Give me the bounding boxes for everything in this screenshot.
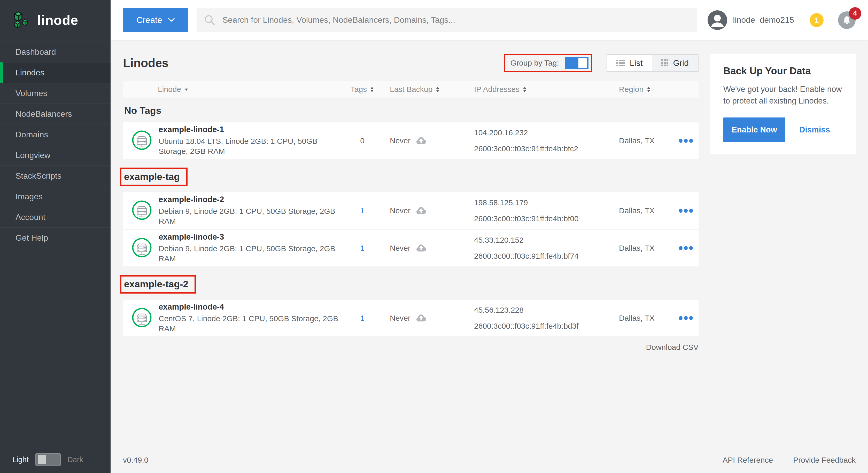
theme-switch[interactable] [35, 453, 61, 466]
list-view-label: List [630, 58, 643, 68]
group-by-tag-label: Group by Tag: [510, 59, 559, 67]
sort-header-region[interactable]: Region [611, 85, 673, 94]
last-backup-label: Never [390, 314, 410, 323]
notifications-button[interactable]: 4 [838, 11, 856, 29]
linode-description: Debian 9, Linode 2GB: 1 CPU, 50GB Storag… [159, 243, 339, 264]
linode-status-icon [132, 238, 152, 259]
tags-count[interactable]: 1 [360, 244, 365, 252]
chevron-down-icon [168, 18, 175, 22]
backup-card-body: We've got your back! Enable now to prote… [723, 83, 843, 107]
last-backup-label: Never [390, 206, 410, 215]
list-view-button[interactable]: List [607, 55, 652, 71]
theme-dark-label: Dark [67, 455, 83, 464]
linode-description: Debian 9, Linode 2GB: 1 CPU, 50GB Storag… [159, 206, 339, 226]
provide-feedback-link[interactable]: Provide Feedback [793, 456, 856, 465]
tags-count[interactable]: 1 [360, 206, 365, 215]
linode-name[interactable]: example-linode-1 [159, 125, 339, 134]
sidebar-item-stackscripts[interactable]: StackScripts [0, 166, 111, 186]
ip-address: 2600:3c00::f03c:91ff:fe4b:bf74 [474, 248, 611, 264]
sidebar-nav: DashboardLinodesVolumesNodeBalancersDoma… [0, 41, 111, 248]
sort-header-tags[interactable]: Tags [343, 85, 382, 94]
ip-addresses: 45.33.120.1522600:3c00::f03c:91ff:fe4b:b… [466, 232, 611, 264]
last-backup-label: Never [390, 244, 410, 252]
backup-upload-cloud-icon [415, 206, 427, 215]
theme-toggle: Light Dark [0, 446, 111, 473]
tags-count[interactable]: 1 [360, 314, 365, 322]
linode-description: Ubuntu 18.04 LTS, Linode 2GB: 1 CPU, 50G… [159, 136, 339, 156]
search-bar [196, 8, 697, 32]
linode-row[interactable]: example-linode-4 CentOS 7, Linode 2GB: 1… [123, 300, 699, 336]
user-menu[interactable]: linode_demo215 [708, 10, 794, 30]
linode-row[interactable]: example-linode-1 Ubuntu 18.04 LTS, Linod… [123, 123, 699, 159]
download-csv-link[interactable]: Download CSV [123, 343, 699, 352]
dismiss-link[interactable]: Dismiss [799, 125, 830, 135]
row-actions-menu[interactable] [678, 138, 693, 143]
enable-now-button[interactable]: Enable Now [723, 117, 785, 142]
tag-group: example-tag [123, 160, 699, 266]
tag-group: No Tags [123, 98, 699, 159]
footer: v0.49.0 API Reference Provide Feedback [111, 447, 868, 473]
linode-row[interactable]: example-linode-2 Debian 9, Linode 2GB: 1… [123, 192, 699, 229]
linode-logo[interactable]: linode [0, 0, 111, 40]
sidebar: linode DashboardLinodesVolumesNodeBalanc… [0, 0, 111, 473]
search-input[interactable] [222, 15, 697, 25]
page-toolbar: Linodes Group by Tag: [123, 54, 699, 72]
sidebar-item-nodebalancers[interactable]: NodeBalancers [0, 104, 111, 124]
topbar: Create [111, 0, 868, 40]
group-by-tag-annotation-box: Group by Tag: [504, 54, 592, 72]
sidebar-item-linodes[interactable]: Linodes [0, 62, 111, 83]
linode-status-icon [132, 200, 152, 221]
sidebar-item-label: Get Help [16, 233, 48, 243]
sidebar-item-label: Domains [16, 130, 48, 139]
table-header-row: Linode Tags Last Backup IP Addresse [123, 81, 699, 98]
linode-cloud-manager: linode DashboardLinodesVolumesNodeBalanc… [0, 0, 868, 473]
region-label: Dallas, TX [611, 244, 673, 252]
backup-card-title: Back Up Your Data [723, 66, 843, 77]
sidebar-item-account[interactable]: Account [0, 207, 111, 228]
sidebar-item-longview[interactable]: Longview [0, 145, 111, 166]
sidebar-item-dashboard[interactable]: Dashboard [0, 41, 111, 62]
create-button[interactable]: Create [123, 8, 188, 32]
linode-name[interactable]: example-linode-3 [159, 232, 339, 242]
sidebar-item-volumes[interactable]: Volumes [0, 83, 111, 104]
sidebar-item-label: NodeBalancers [16, 109, 72, 119]
linode-name[interactable]: example-linode-2 [159, 195, 339, 204]
ip-address: 104.200.16.232 [474, 125, 611, 141]
backup-card: Back Up Your Data We've got your back! E… [710, 54, 856, 155]
tag-group-header: example-tag [120, 168, 188, 186]
grid-view-label: Grid [673, 58, 689, 68]
grid-view-button[interactable]: Grid [652, 55, 698, 71]
row-actions-menu[interactable] [678, 316, 693, 320]
row-actions-menu[interactable] [678, 208, 693, 213]
group-by-tag-toggle[interactable] [565, 57, 588, 69]
content: Linodes Group by Tag: [111, 40, 868, 447]
sidebar-item-label: Linodes [16, 68, 44, 77]
sidebar-item-label: StackScripts [16, 171, 61, 181]
sort-both-icon [370, 87, 374, 93]
page-title: Linodes [123, 56, 168, 70]
sidebar-item-get-help[interactable]: Get Help [0, 228, 111, 248]
theme-light-label: Light [12, 455, 29, 464]
row-actions-menu[interactable] [678, 246, 693, 250]
sidebar-item-label: Longview [16, 150, 51, 160]
backup-upload-cloud-icon [415, 136, 427, 145]
linode-row[interactable]: example-linode-3 Debian 9, Linode 2GB: 1… [123, 230, 699, 266]
sidebar-item-domains[interactable]: Domains [0, 124, 111, 145]
sort-header-last-backup[interactable]: Last Backup [382, 85, 466, 94]
grid-view-icon [661, 59, 669, 67]
sidebar-item-images[interactable]: Images [0, 186, 111, 207]
pending-badge[interactable]: 1 [810, 13, 824, 27]
tags-count: 0 [360, 136, 365, 145]
linode-name[interactable]: example-linode-4 [159, 302, 339, 312]
linodes-table: Linode Tags Last Backup IP Addresse [123, 81, 699, 336]
sidebar-item-label: Images [16, 192, 43, 201]
api-reference-link[interactable]: API Reference [722, 456, 773, 465]
backup-upload-cloud-icon [415, 313, 427, 323]
sort-header-ip-addresses[interactable]: IP Addresses [466, 85, 611, 94]
tag-group-header: example-tag-2 [120, 275, 196, 294]
sort-header-linode[interactable]: Linode [123, 85, 343, 94]
linode-logo-icon [11, 9, 32, 31]
sort-desc-icon [184, 88, 189, 91]
ip-address: 198.58.125.179 [474, 195, 611, 211]
sidebar-item-label: Account [16, 212, 45, 222]
